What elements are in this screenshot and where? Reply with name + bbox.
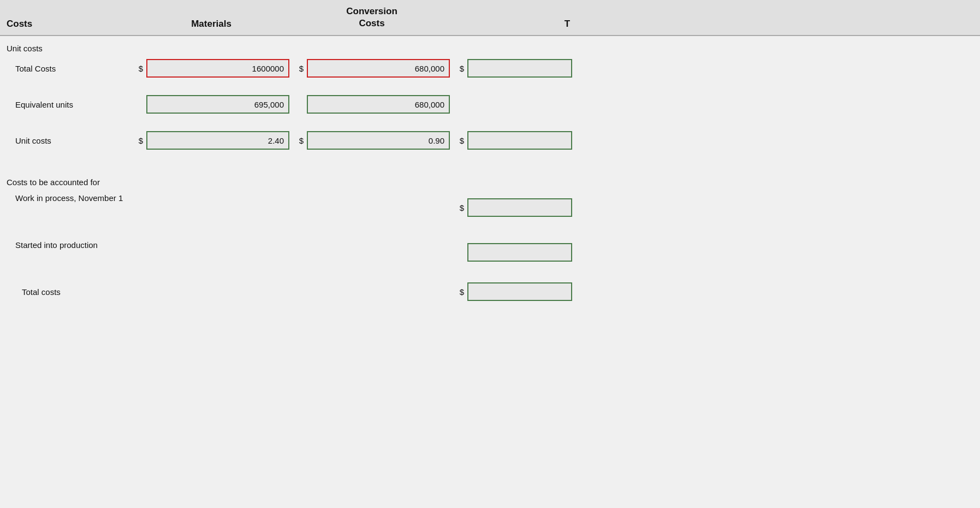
unit-costs-total-input[interactable] [467,131,572,150]
total-costs-mat-dollar: $ [131,55,144,81]
spacer-2 [0,117,980,127]
unit-costs-header-label: Unit costs [7,44,43,53]
unit-costs-row: Unit costs $ $ $ [0,127,980,153]
started-tot-dollar-empty [452,236,465,269]
started-label: Started into production [0,236,131,269]
header-conversion: Conversion Costs [292,0,452,36]
unit-costs-total-input-cell [465,127,574,153]
header-total: T [452,0,574,36]
total-costs-conv-input-cell [305,55,452,81]
unit-costs-extra [574,127,980,153]
main-table-container: Costs Materials Conversion Costs T Uni [0,0,980,305]
equiv-units-conv-dollar-empty [292,91,305,117]
wip-label: Work in process, November 1 [0,189,131,226]
equiv-units-conv-input-cell [305,91,452,117]
equiv-units-mat-dollar-empty [131,91,144,117]
total-costs2-total-input[interactable] [467,282,572,301]
total-costs-materials-input[interactable] [146,59,289,78]
work-in-process-row: Work in process, November 1 $ [0,189,980,226]
total-costs2-label: Total costs [0,279,131,305]
wip-mat-dollar-empty [131,189,144,226]
started-conv-input-empty [305,236,452,269]
total-costs2-mat-dollar-empty [131,279,144,305]
costs-accounted-section-header: Costs to be accounted for [0,173,980,189]
unit-costs-mat-dollar: $ [131,127,144,153]
started-conv-dollar-empty [292,236,305,269]
spacer-3 [0,226,980,236]
started-production-row: Started into production [0,236,980,269]
header-costs: Costs [0,0,131,36]
equiv-units-total-empty [465,91,574,117]
total-costs-conversion-input[interactable] [307,59,450,78]
total-costs-mat-input-cell [144,55,292,81]
spacer-4 [0,269,980,279]
started-extra [574,236,980,269]
total-costs2-total-input-cell [465,279,574,305]
section-spacer [0,153,980,173]
wip-total-input-cell [465,189,574,226]
equiv-units-conversion-input[interactable] [307,95,450,114]
unit-costs-conversion-input[interactable] [307,131,450,150]
total-costs-extra [574,55,980,81]
unit-costs-mat-input-cell [144,127,292,153]
costs-accounted-header-label: Costs to be accounted for [7,178,100,187]
wip-extra [574,189,980,226]
total-costs-label: Total Costs [0,55,131,81]
total-costs2-conv-input-empty [305,279,452,305]
wip-total-input[interactable] [467,198,572,217]
equiv-units-extra [574,91,980,117]
unit-costs-conv-dollar: $ [292,127,305,153]
started-mat-dollar-empty [131,236,144,269]
equivalent-units-row: Equivalent units [0,91,980,117]
wip-conv-input-empty [305,189,452,226]
total-costs-total-input[interactable] [467,59,572,78]
total-costs2-mat-input-empty [144,279,292,305]
wip-mat-input-empty [144,189,292,226]
total-costs-row: Total Costs $ $ $ [0,55,980,81]
unit-costs-section-header: Unit costs [0,36,980,55]
equiv-units-materials-input[interactable] [146,95,289,114]
equiv-units-mat-input-cell [144,91,292,117]
started-total-input-cell [465,236,574,269]
equiv-units-label: Equivalent units [0,91,131,117]
total-costs-tot-dollar: $ [452,55,465,81]
wip-tot-dollar: $ [452,189,465,226]
started-mat-input-empty [144,236,292,269]
header-extra [574,0,980,36]
total-costs2-conv-dollar-empty [292,279,305,305]
table-header-row: Costs Materials Conversion Costs T [0,0,980,36]
wip-conv-dollar-empty [292,189,305,226]
total-costs-total-input-cell [465,55,574,81]
started-total-input[interactable] [467,243,572,262]
total-costs2-tot-dollar: $ [452,279,465,305]
total-costs2-extra [574,279,980,305]
spacer-1 [0,81,980,91]
unit-costs-tot-dollar: $ [452,127,465,153]
header-materials: Materials [131,0,292,36]
unit-costs-conv-input-cell [305,127,452,153]
total-costs-conv-dollar: $ [292,55,305,81]
total-costs2-row: Total costs $ [0,279,980,305]
unit-costs-label: Unit costs [0,127,131,153]
unit-costs-materials-input[interactable] [146,131,289,150]
equiv-units-tot-dollar-empty [452,91,465,117]
